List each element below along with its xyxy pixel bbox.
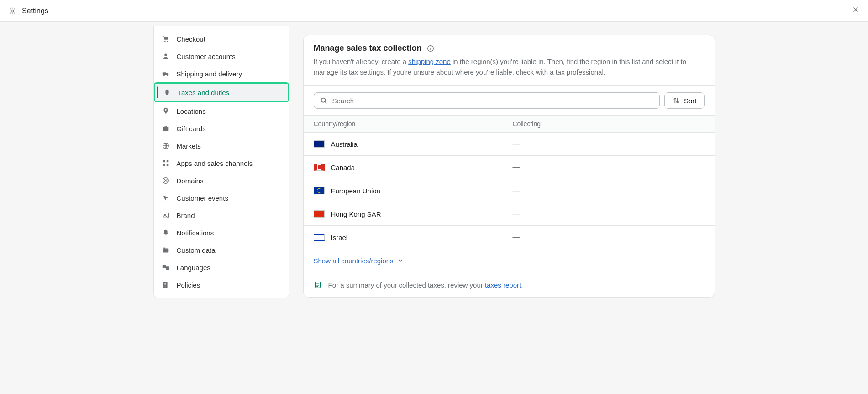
sidebar-item-policies[interactable]: Policies [154, 276, 289, 293]
sidebar-item-domains[interactable]: Domains [154, 172, 289, 189]
svg-point-5 [163, 75, 165, 76]
policies-icon [161, 281, 170, 289]
svg-rect-20 [162, 265, 165, 268]
table-row[interactable]: Israel — [304, 226, 715, 249]
summary-before: For a summary of your collected taxes, r… [328, 281, 485, 289]
globe-icon [161, 142, 170, 150]
svg-rect-12 [166, 160, 168, 163]
sidebar-item-label: Custom data [177, 246, 216, 254]
sidebar-item-label: Policies [177, 281, 200, 289]
sort-icon [672, 96, 680, 105]
image-icon [161, 211, 170, 219]
info-icon[interactable] [426, 44, 435, 53]
sidebar-item-markets[interactable]: Markets [154, 137, 289, 154]
sidebar-item-gift-cards[interactable]: Gift cards [154, 120, 289, 137]
sidebar-item-customer-accounts[interactable]: Customer accounts [154, 48, 289, 65]
tax-collection-card: Manage sales tax collection If you haven… [303, 35, 715, 298]
desc-text-before: If you haven't already, create a [314, 58, 409, 65]
sidebar-item-label: Brand [177, 212, 195, 219]
show-all-link[interactable]: Show all countries/regions [304, 249, 715, 272]
settings-top-bar: Settings [0, 0, 868, 22]
sidebar-item-customer-events[interactable]: Customer events [154, 189, 289, 207]
country-name: Australia [331, 140, 358, 148]
svg-point-0 [11, 10, 13, 12]
card-header: Manage sales tax collection If you haven… [304, 35, 715, 86]
svg-rect-8 [163, 128, 168, 131]
collecting-cell: — [513, 210, 705, 218]
country-cell: Canada [314, 164, 513, 171]
sidebar-item-shipping[interactable]: Shipping and delivery [154, 65, 289, 82]
svg-point-2 [167, 41, 168, 42]
country-cell: Israel [314, 234, 513, 241]
summary-text: For a summary of your collected taxes, r… [328, 281, 523, 289]
collecting-cell: — [513, 140, 705, 148]
flag-icon [314, 164, 325, 171]
report-icon [314, 281, 322, 289]
svg-rect-14 [166, 164, 168, 166]
sidebar-item-checkout[interactable]: Checkout [154, 30, 289, 48]
sidebar-item-apps[interactable]: Apps and sales channels [154, 154, 289, 172]
taxes-report-link[interactable]: taxes report [485, 281, 521, 289]
svg-rect-19 [163, 248, 165, 249]
gift-icon [161, 124, 170, 133]
collecting-cell: — [513, 233, 705, 241]
sidebar-item-brand[interactable]: Brand [154, 207, 289, 224]
shipping-zone-link[interactable]: shipping zone [408, 58, 451, 65]
table-row[interactable]: Hong Kong SAR — [304, 202, 715, 226]
summary-after: . [521, 281, 523, 289]
sort-button[interactable]: Sort [664, 92, 705, 109]
sidebar-item-taxes[interactable]: Taxes and duties [155, 84, 288, 101]
svg-point-7 [165, 109, 167, 111]
summary-row: For a summary of your collected taxes, r… [304, 272, 715, 297]
sidebar-item-label: Taxes and duties [178, 89, 230, 96]
search-box[interactable] [314, 92, 660, 109]
svg-point-3 [164, 54, 167, 56]
chevron-down-icon [396, 256, 405, 265]
flag-icon [314, 187, 325, 194]
sidebar-item-notifications[interactable]: Notifications [154, 224, 289, 241]
svg-rect-11 [163, 160, 165, 163]
collecting-cell: — [513, 186, 705, 195]
sidebar-item-languages[interactable]: Languages [154, 259, 289, 276]
sidebar-item-label: Checkout [177, 35, 205, 43]
table-body: Australia — Canada — European Union — Ho… [304, 133, 715, 249]
close-button[interactable] [852, 5, 860, 16]
table-row[interactable]: European Union — [304, 179, 715, 202]
cart-icon [161, 35, 170, 43]
taxes-icon [163, 88, 172, 96]
apps-icon [161, 159, 170, 167]
sidebar-item-label: Locations [177, 107, 206, 115]
sidebar-item-custom-data[interactable]: Custom data [154, 241, 289, 259]
data-icon [161, 246, 170, 254]
svg-point-24 [321, 98, 325, 102]
flag-icon [314, 140, 325, 148]
person-icon [161, 52, 170, 60]
svg-rect-21 [166, 266, 169, 270]
country-name: Hong Kong SAR [331, 210, 381, 218]
table-header: Country/region Collecting [304, 115, 715, 133]
top-bar-left: Settings [8, 7, 48, 15]
highlight-annotation: Taxes and duties [154, 82, 289, 102]
search-input[interactable] [332, 97, 654, 105]
country-cell: Hong Kong SAR [314, 210, 513, 218]
card-title-row: Manage sales tax collection [314, 43, 705, 53]
settings-layout: Checkout Customer accounts Shipping and … [153, 26, 715, 298]
search-sort-row: Sort [304, 86, 715, 115]
search-icon [320, 96, 328, 105]
main-content: Manage sales tax collection If you haven… [303, 26, 715, 298]
bell-icon [161, 229, 170, 237]
page-title: Settings [22, 7, 48, 15]
truck-icon [161, 69, 170, 78]
sidebar-item-label: Languages [177, 264, 210, 272]
column-collecting: Collecting [513, 120, 705, 128]
translate-icon [161, 263, 170, 272]
flag-icon [314, 234, 325, 241]
table-row[interactable]: Australia — [304, 133, 715, 156]
pin-icon [161, 107, 170, 115]
domain-icon [161, 176, 170, 185]
sidebar-item-label: Gift cards [177, 125, 206, 133]
sidebar-item-locations[interactable]: Locations [154, 102, 289, 120]
table-row[interactable]: Canada — [304, 156, 715, 179]
sidebar-item-label: Apps and sales channels [177, 160, 253, 167]
show-all-label: Show all countries/regions [314, 257, 394, 265]
